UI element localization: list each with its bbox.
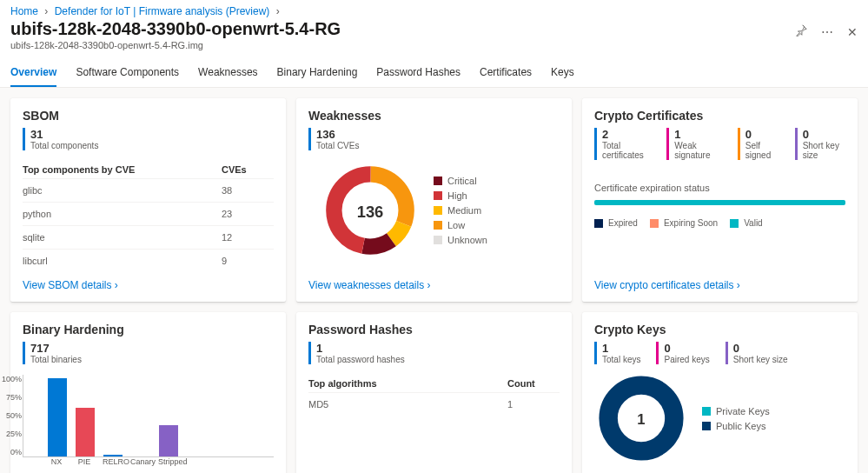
stat-value: 717 [30, 342, 82, 355]
bar-pie [76, 408, 95, 456]
card-title: Password Hashes [308, 323, 560, 336]
link-view-weaknesses[interactable]: View weaknesses details [308, 272, 560, 291]
table-row: MD51 [308, 392, 560, 416]
swatch-critical [434, 177, 442, 185]
stat-weak-signature: 1Weak signature [666, 128, 721, 160]
tab-software-components[interactable]: Software Components [76, 63, 179, 87]
tab-password-hashes[interactable]: Password Hashes [376, 63, 461, 87]
swatch-low [434, 221, 442, 230]
table-row: sqlite12 [23, 225, 274, 249]
password-table: Top algorithms Count MD51 [308, 375, 560, 416]
card-title: SBOM [23, 109, 274, 123]
keys-donut-chart: 1 [598, 375, 685, 462]
col-count: Count [507, 378, 560, 389]
link-view-binary-hardening[interactable]: View binary hardening details [23, 467, 274, 473]
table-row: libcurl9 [23, 249, 274, 272]
link-view-crypto-keys[interactable]: View crypto keys details [594, 467, 845, 473]
card-title: Crypto Keys [594, 323, 845, 336]
weaknesses-legend: Critical High Medium Low Unknown [434, 171, 487, 250]
sbom-table: Top components by CVE CVEs glibc38 pytho… [23, 161, 274, 272]
link-view-certificates[interactable]: View crypto certificates details [594, 272, 845, 291]
col-cves: CVEs [222, 164, 274, 175]
stat-label: Total binaries [30, 355, 82, 364]
stat-label: Total components [30, 141, 98, 150]
stat-total-hashes: 1 Total password hashes [308, 342, 405, 364]
stat-total-cves: 136 Total CVEs [308, 128, 359, 150]
stat-total-certs: 2Total certificates [594, 128, 651, 160]
stat-value: 1 [316, 342, 405, 355]
swatch-expiring-soon [650, 219, 659, 228]
stat-label: Total CVEs [316, 141, 359, 150]
stat-short-key: 0Short key size [795, 128, 845, 160]
page-header: ubifs-128k-2048-3390b0-openwrt-5.4-RG ub… [0, 17, 868, 57]
card-weaknesses: Weaknesses 136 Total CVEs 136 Critical H… [296, 98, 572, 302]
cert-expiration-title: Certificate expiration status [594, 183, 845, 193]
stat-value: 136 [316, 128, 359, 141]
stat-total-keys: 1Total keys [594, 342, 640, 364]
swatch-expired [594, 219, 603, 228]
link-view-password-hashes[interactable]: View password hashes details [308, 467, 560, 473]
swatch-public-keys [702, 422, 711, 430]
tab-bar: Overview Software Components Weaknesses … [0, 57, 868, 88]
cert-expiration-bar [594, 200, 845, 205]
col-top-algorithms: Top algorithms [308, 378, 507, 389]
stat-self-signed: 0Self signed [738, 128, 779, 160]
stat-total-components: 31 Total components [23, 128, 98, 150]
binary-hardening-chart: 100% 75% 50% 25% 0% [23, 375, 274, 457]
bar-relro [103, 455, 123, 456]
breadcrumb-home[interactable]: Home [10, 5, 38, 17]
card-title: Binary Hardening [23, 323, 274, 336]
svg-text:136: 136 [357, 203, 384, 221]
tab-weaknesses[interactable]: Weaknesses [198, 63, 257, 87]
card-binary-hardening: Binary Hardening 717 Total binaries 100%… [10, 312, 286, 473]
card-password-hashes: Password Hashes 1 Total password hashes … [296, 312, 572, 473]
bar-nx [48, 378, 67, 456]
swatch-high [434, 191, 442, 200]
stat-paired-keys: 0Paired keys [656, 342, 709, 364]
tab-binary-hardening[interactable]: Binary Hardening [277, 63, 358, 87]
chevron-right-icon: › [44, 5, 48, 17]
card-crypto-certificates: Crypto Certificates 2Total certificates … [582, 98, 858, 302]
page-subtitle: ubifs-128k-2048-3390b0-openwrt-5.4-RG.im… [10, 40, 341, 50]
chevron-right-icon: › [276, 5, 280, 17]
card-sbom: SBOM 31 Total components Top components … [10, 98, 286, 302]
card-title: Crypto Certificates [594, 109, 845, 123]
breadcrumb-service[interactable]: Defender for IoT | Firmware analysis (Pr… [55, 5, 270, 17]
keys-legend: Private Keys Public Keys [702, 402, 770, 436]
col-top-components: Top components by CVE [23, 164, 222, 175]
stat-short-key-size: 0Short key size [726, 342, 788, 364]
more-icon[interactable]: ⋯ [821, 25, 833, 39]
tab-keys[interactable]: Keys [551, 63, 574, 87]
svg-text:1: 1 [637, 411, 645, 428]
swatch-private-keys [702, 407, 711, 416]
swatch-medium [434, 206, 442, 215]
pin-icon[interactable] [795, 24, 807, 39]
tab-overview[interactable]: Overview [10, 63, 56, 87]
bar-stripped [159, 425, 178, 456]
stat-total-binaries: 717 Total binaries [23, 342, 82, 364]
swatch-valid [730, 219, 739, 228]
page-title: ubifs-128k-2048-3390b0-openwrt-5.4-RG [10, 19, 341, 39]
table-row: python23 [23, 202, 274, 225]
stat-value: 31 [30, 128, 98, 141]
link-view-sbom[interactable]: View SBOM details [23, 272, 274, 291]
breadcrumb: Home › Defender for IoT | Firmware analy… [0, 0, 868, 17]
cert-legend: Expired Expiring Soon Valid [594, 214, 845, 232]
stat-label: Total password hashes [316, 355, 405, 364]
table-row: glibc38 [23, 178, 274, 202]
tab-certificates[interactable]: Certificates [480, 63, 532, 87]
swatch-unknown [434, 236, 442, 244]
card-crypto-keys: Crypto Keys 1Total keys 0Paired keys 0Sh… [582, 312, 858, 473]
weaknesses-donut-chart: 136 [322, 163, 418, 258]
close-icon[interactable]: ✕ [847, 25, 858, 39]
card-title: Weaknesses [308, 109, 560, 123]
